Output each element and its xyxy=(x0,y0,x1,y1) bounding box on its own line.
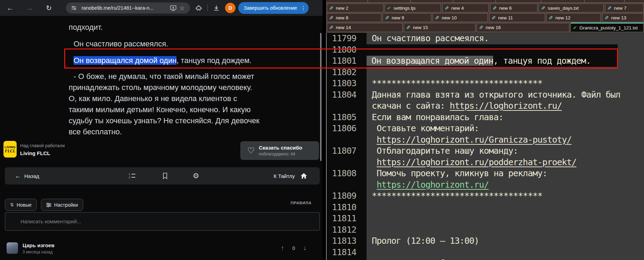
tab-new-14[interactable]: ✎new 14 xyxy=(327,23,403,32)
modified-pencil-icon: ✎ xyxy=(492,6,497,11)
modified-pencil-icon: ✎ xyxy=(445,6,449,11)
paragraph-line: Он счастливо рассмеялся. xyxy=(69,39,168,49)
paragraph-line: принадлежать столь мрачному молодому чел… xyxy=(69,82,252,93)
modified-pencil-icon: ✎ xyxy=(385,15,389,20)
tab-new-4[interactable]: ✎new 4 xyxy=(442,3,489,12)
link-text[interactable]: https://loghorizont.ru/ xyxy=(450,101,562,111)
home-icon xyxy=(300,173,307,179)
rules-button[interactable]: ПРАВИЛА xyxy=(291,201,311,205)
filter-sliders-icon xyxy=(46,203,51,207)
modified-pencil-icon: ✎ xyxy=(329,6,334,11)
team-logo[interactable]: LIVING FLCL xyxy=(3,141,17,158)
hidden-tab-row-edge xyxy=(326,0,644,3)
tab-granicza-pustoty-active[interactable]: ✔Granicza_pustoty_1_121.txt xyxy=(570,23,644,32)
bookmark-icon[interactable] xyxy=(161,172,169,180)
back-to-chapter-button[interactable]: ← Назад xyxy=(15,172,39,180)
comment-votes: ↑ 0 ↓ xyxy=(281,244,307,252)
say-thanks-button[interactable]: ♡ Сказать спасибо поблагодарило: 44 xyxy=(240,141,319,160)
reader-settings-gear-icon[interactable]: ⚙ xyxy=(192,172,200,180)
selected-text: Он возвращался домой один xyxy=(74,56,177,65)
tab-new-13[interactable]: ✎new 13 xyxy=(602,13,644,22)
tab-new-10[interactable]: ✎new 10 xyxy=(432,13,488,22)
paragraph-line: такими милыми детьми! Конечно, конечно. … xyxy=(69,105,251,115)
install-icon[interactable] xyxy=(169,5,178,11)
tab-settings-tjs[interactable]: ✔settings.tjs xyxy=(385,3,441,12)
downvote-icon[interactable]: ↓ xyxy=(303,244,307,252)
reload-icon[interactable]: ↻ xyxy=(43,2,55,14)
heart-icon: ♡ xyxy=(247,146,255,155)
tab-row-3: ✎new 14 ✎new 15 ✎new 16 ✔Granicza_pustot… xyxy=(326,22,644,32)
editor-line: 11803*********************************** xyxy=(327,78,644,89)
modified-pencil-icon: ✎ xyxy=(607,6,612,11)
sort-comments-button[interactable]: ⇅ Новые xyxy=(5,199,37,211)
comment-input[interactable] xyxy=(5,213,335,230)
tab-new-9[interactable]: ✎new 9 xyxy=(383,13,431,22)
editor-lines: 11799Он счастливо рассмеялся. 11800 1180… xyxy=(327,33,644,260)
editor-line: 11812 xyxy=(327,224,644,236)
editor-line-wrap: https://loghorizont.ru/podderzhat-proekt… xyxy=(327,157,644,168)
tab-new-11[interactable]: ✎new 11 xyxy=(489,13,545,22)
editor-line-wrap: скачан с сайта: https://loghorizont.ru/ xyxy=(327,100,644,112)
finish-update-button[interactable]: Завершить обновление ⋮ xyxy=(238,2,309,14)
paragraph-line: О, как мило. Давненько я не видела клиен… xyxy=(69,93,237,104)
comment-time: 3 месяца назад xyxy=(23,250,54,254)
editor-line: 11800 xyxy=(327,44,644,56)
tab-new-7[interactable]: ✎new 7 xyxy=(605,3,644,12)
credits-team-name[interactable]: Living FLCL xyxy=(20,150,65,156)
paragraph-line: подходит. xyxy=(69,22,103,33)
tab-new-2[interactable]: ✎new 2 xyxy=(327,3,384,12)
tab-new-15[interactable]: ✎new 15 xyxy=(404,23,475,32)
menu-kebab-icon[interactable]: ⋮ xyxy=(300,5,306,11)
upvote-icon[interactable]: ↑ xyxy=(281,244,284,252)
link-text[interactable]: https://loghorizont.ru/podderzhat-proekt… xyxy=(377,157,576,167)
tab-row-1: ✎new 2 ✔settings.tjs ✎new 4 ✎new 6 ✎save… xyxy=(326,3,644,12)
toolbar-divider xyxy=(207,5,208,11)
tab-saves-days-txt[interactable]: ✎saves_days.txt xyxy=(539,3,604,12)
tab-new-16[interactable]: ✎new 16 xyxy=(476,23,569,32)
site-settings-icon[interactable] xyxy=(69,5,78,11)
profile-avatar[interactable]: D xyxy=(225,3,235,13)
comment-item: Царь изгоев 3 месяца назад xyxy=(7,242,54,254)
back-icon[interactable]: ← xyxy=(4,2,16,14)
chapter-credits: LIVING FLCL Над главой работали Living F… xyxy=(3,141,65,158)
paragraph-line: судьбу ты хочешь узнать? Не стесняйся. Д… xyxy=(69,116,259,126)
comments-controls: ⇅ Новые Настройки xyxy=(5,199,87,211)
editor-line: 11804Данная глава взята из открытого ист… xyxy=(327,89,644,101)
extensions-icon[interactable] xyxy=(193,2,205,14)
comments-settings-button[interactable]: Настройки xyxy=(41,199,83,211)
commenter-avatar[interactable] xyxy=(7,242,18,254)
thanks-label: Сказать спасибо xyxy=(259,145,302,151)
url-text: ranobelib.me/ru/21481--kara-n... xyxy=(81,5,169,11)
bookmark-star-icon[interactable]: ☆ xyxy=(178,5,187,12)
tab-new-8[interactable]: ✎new 8 xyxy=(327,13,381,22)
editor-tab-bar: ✎new 2 ✔settings.tjs ✎new 4 ✎new 6 ✎save… xyxy=(326,0,644,33)
sort-arrows-icon: ⇅ xyxy=(10,202,14,207)
browser-window: ← → ↻ ranobelib.me/ru/21481--kara-n... xyxy=(0,0,323,260)
editor-selection: Он возвращался домой один xyxy=(367,56,493,66)
editor-line: 11815В версии с изображениями тут находи… xyxy=(327,258,644,260)
screenshot-root: ← → ↻ ranobelib.me/ru/21481--kara-n... xyxy=(0,0,644,260)
address-bar[interactable]: ranobelib.me/ru/21481--kara-n... ☆ xyxy=(66,2,190,14)
modified-pencil-icon: ✎ xyxy=(604,15,609,20)
editor-line: 11808 Помочь проекту, кликнув на рекламу… xyxy=(327,168,644,179)
tab-new-6[interactable]: ✎new 6 xyxy=(490,3,538,12)
downloads-icon[interactable] xyxy=(211,2,222,14)
editor-line: 11813Пролог (12:00 — 13:00) xyxy=(327,235,644,247)
link-text-green[interactable]: https://loghorizont.ru/ xyxy=(377,180,489,190)
editor-line: 11814 xyxy=(327,247,644,258)
modified-pencil-icon: ✎ xyxy=(549,15,553,20)
chapter-list-icon[interactable]: 1 2 xyxy=(128,172,136,180)
chapter-nav-bar: ← Назад 1 2 ⚙ К Тайтлу xyxy=(5,167,320,185)
modified-pencil-icon: ✎ xyxy=(329,15,334,20)
reader-scrollbar-thumb[interactable] xyxy=(320,33,321,161)
thanks-count: поблагодарило: 44 xyxy=(259,152,302,156)
editor-line-wrap: https://loghorizont.ru/ xyxy=(327,179,644,191)
to-title-button[interactable]: К Тайтлу xyxy=(274,167,307,185)
forward-icon[interactable]: → xyxy=(24,2,35,14)
editor-line: 11809*********************************** xyxy=(327,190,644,202)
tab-new-12[interactable]: ✎new 12 xyxy=(546,13,601,22)
commenter-name[interactable]: Царь изгоев xyxy=(23,242,54,248)
link-text[interactable]: https://loghorizont.ru/Granicza-pustoty/ xyxy=(377,135,572,145)
toolbar-right-cluster: D Завершить обновление ⋮ xyxy=(193,0,309,16)
editor-text-area[interactable]: 11799Он счастливо рассмеялся. 11800 1180… xyxy=(326,33,644,260)
